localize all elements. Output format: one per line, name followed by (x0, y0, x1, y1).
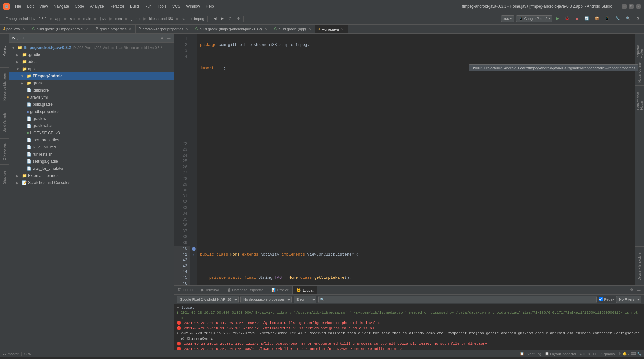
tree-external-libs[interactable]: ▶ 📁 External Libraries (9, 172, 174, 179)
menu-window[interactable]: Window (183, 4, 203, 9)
close-tab-gradle-wrapper[interactable]: ✕ (185, 27, 189, 31)
logcat-settings-btn[interactable]: ⚙ (629, 288, 634, 293)
flutter-outline-tab[interactable]: Flutter Outline (635, 60, 644, 85)
device-select[interactable]: Google Pixel 2 Android 9, API 28 (177, 296, 239, 303)
menu-analyze[interactable]: Analyze (87, 4, 106, 9)
menu-view[interactable]: View (37, 4, 50, 9)
tree-app[interactable]: ▼ 📁 app (9, 65, 174, 72)
main-btn[interactable]: main (82, 16, 93, 22)
search-everywhere-btn[interactable]: 🔍 (624, 16, 632, 22)
menu-help[interactable]: Help (203, 4, 217, 9)
recent-btn[interactable]: ⏱ (227, 16, 234, 22)
maximize-button[interactable]: □ (629, 4, 634, 9)
project-tree[interactable]: ▼ 📁 ffmpeg-android-java-0.3.2 D:\002_Pro… (9, 43, 174, 350)
status-linesep[interactable]: LF (593, 351, 597, 356)
device-file-explorer-tab[interactable]: Device File Explorer (635, 246, 644, 285)
layout-inspector-btn[interactable]: 🔲 Layout Inspector (545, 351, 576, 356)
run-button[interactable]: ▶ (554, 16, 561, 22)
menu-vcs[interactable]: VCS (170, 4, 183, 9)
menu-code[interactable]: Code (72, 4, 87, 9)
close-tab-gradle-props[interactable]: ✕ (128, 27, 132, 31)
minimize-button[interactable]: ─ (622, 4, 627, 9)
menu-edit[interactable]: Edit (24, 4, 36, 9)
flutter-inspector-tab[interactable]: Flutter Inspector (635, 34, 644, 60)
gradle-sync-btn[interactable]: 📦 (593, 16, 601, 22)
menu-refactor[interactable]: Refactor (107, 4, 127, 9)
flutter-performance-tab[interactable]: Flutter Performance (635, 85, 644, 111)
tree-gitignore[interactable]: 📄 .gitignore (9, 87, 174, 94)
tree-local-props[interactable]: 📄 local.properties (9, 136, 174, 144)
device-btn[interactable]: 📱 Google Pixel 2 ▾ (516, 15, 552, 22)
tree-gradle-hidden[interactable]: ▶ 📁 .gradle (9, 51, 174, 58)
database-inspector-tab[interactable]: 🗄 Database Inspector (223, 286, 267, 294)
status-indent[interactable]: 4 spaces (600, 351, 615, 356)
hitesh-btn[interactable]: hiteshsondhi88 (147, 16, 175, 22)
event-log-btn[interactable]: 📋 Event Log (520, 351, 541, 356)
tab-gradle-wrapper[interactable]: P gradle-wrapper.properties ✕ (136, 25, 192, 33)
tree-root[interactable]: ▼ 📁 ffmpeg-android-java-0.3.2 D:\002_Pro… (9, 44, 174, 51)
close-button[interactable]: ✕ (636, 4, 641, 9)
close-tab-peg[interactable]: ✕ (22, 27, 26, 31)
module-btn[interactable]: app (53, 16, 63, 22)
panel-hide-btn[interactable]: — (166, 36, 171, 41)
logcat-search-input[interactable] (318, 296, 597, 303)
sdk-btn[interactable]: 🔧 (614, 16, 622, 22)
tree-readme[interactable]: 📄 README.md (9, 144, 174, 151)
com-btn[interactable]: com (113, 16, 124, 22)
avd-btn[interactable]: 📱 (603, 16, 612, 22)
filter-select[interactable]: No Filters (616, 296, 641, 303)
regex-checkbox[interactable] (599, 297, 603, 301)
tree-wait-emulator[interactable]: 📄 wait_for_emulator (9, 165, 174, 172)
menu-file[interactable]: File (12, 4, 24, 9)
close-tab-home-java[interactable]: ✕ (340, 27, 344, 31)
java-btn[interactable]: java (98, 16, 108, 22)
tab-build-gradle-ffmpeg[interactable]: G build.gradle (FFmpegAndroid) ✕ (29, 25, 93, 33)
project-name-btn[interactable]: ffmpeg-android-java-0.3.2 (4, 16, 49, 22)
status-line-col[interactable]: 62:5 (24, 352, 31, 356)
src-btn[interactable]: src (68, 16, 77, 22)
build-variants-tab[interactable]: Build Variants (0, 106, 9, 138)
logcat-tab[interactable]: 🐱 Logcat (293, 286, 317, 294)
tree-travis[interactable]: ■ .travis.yml (9, 94, 174, 101)
settings-gear-btn[interactable]: ⚙ (634, 16, 641, 22)
tab-gradle-properties[interactable]: P gradle.properties ✕ (93, 25, 136, 33)
level-select[interactable]: Error Verbose Debug Info Warn (294, 296, 316, 303)
status-git[interactable]: ⎇ master (3, 352, 19, 356)
tab-peg-java[interactable]: J peg.java ✕ (0, 25, 29, 33)
regex-checkbox-label[interactable]: Regex (599, 297, 614, 301)
tab-build-gradle-app[interactable]: G build.gradle (app) ✕ (271, 25, 315, 33)
tab-home-java[interactable]: J Home.java ✕ (315, 25, 348, 33)
stop-button[interactable]: ⏹ (573, 16, 581, 22)
tree-idea[interactable]: ▶ 📁 .idea (9, 58, 174, 65)
tree-gradle-props[interactable]: ■ gradle.properties (9, 108, 174, 115)
tree-ffmpegandroid[interactable]: ▼ 📁 FFmpegAndroid (9, 72, 174, 80)
close-tab-build-gradle-ffmpeg[interactable]: ✕ (85, 27, 89, 31)
menu-build[interactable]: Build (128, 4, 141, 9)
panel-gear-btn[interactable]: ⚙ (160, 36, 165, 41)
settings-btn[interactable]: ⚙ (235, 16, 242, 22)
tree-gradlew[interactable]: 📄 gradlew (9, 115, 174, 122)
close-tab-build-gradle-root[interactable]: ✕ (264, 27, 268, 31)
menu-navigate[interactable]: Navigate (51, 4, 72, 9)
favorites-tab[interactable]: 2: Favorites (0, 138, 9, 164)
menu-run[interactable]: Run (142, 4, 154, 9)
tab-build-gradle-root[interactable]: G build.gradle (ffmpeg-android-java-0.3.… (192, 25, 271, 33)
debug-button[interactable]: 🐞 (563, 16, 571, 22)
tree-license[interactable]: ■ LICENSE.GPLv3 (9, 129, 174, 136)
tree-runtests[interactable]: 📄 runTests.sh (9, 151, 174, 158)
structure-tab[interactable]: Structure (0, 164, 9, 190)
terminal-tab[interactable]: ▶ Terminal (197, 286, 223, 294)
tree-gradle[interactable]: ▶ 📁 gradle (9, 80, 174, 87)
tree-gradlew-bat[interactable]: 📄 gradlew.bat (9, 122, 174, 129)
todo-tab[interactable]: ☑ TODO (174, 286, 197, 294)
tree-scratches[interactable]: ▶ 📝 Scratches and Consoles (9, 179, 174, 186)
forward-btn[interactable]: ▶ (219, 16, 226, 22)
run-config-btn[interactable]: app ▾ (501, 15, 514, 22)
logcat-hide-btn[interactable]: — (636, 288, 641, 293)
github-btn[interactable]: github (129, 16, 142, 22)
process-select[interactable]: No debuggable processes (240, 296, 292, 303)
sampleffmpeg-btn[interactable]: sampleffmpeg (180, 16, 206, 22)
status-encoding[interactable]: UTF-8 (580, 351, 590, 356)
close-tab-build-gradle-app[interactable]: ✕ (308, 27, 312, 31)
sync-btn[interactable]: 🔄 (583, 16, 591, 22)
